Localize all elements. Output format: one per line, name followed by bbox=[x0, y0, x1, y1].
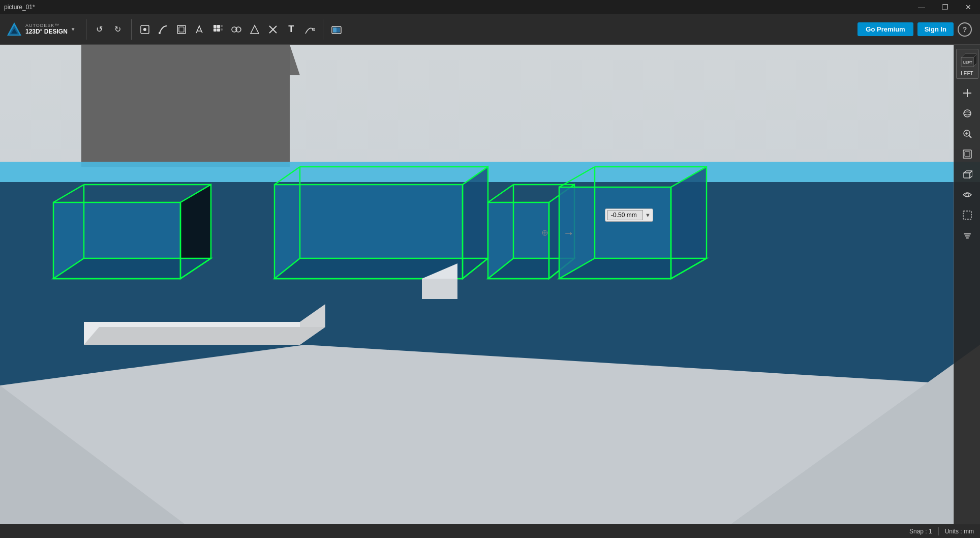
box-view-button[interactable] bbox=[958, 165, 976, 184]
render-icon bbox=[330, 23, 343, 36]
main-toolbar: AUTODESK™ 123D° DESIGN ▼ ↺ ↻ bbox=[0, 14, 980, 45]
redo-button[interactable]: ↻ bbox=[109, 20, 127, 39]
svg-rect-96 bbox=[964, 233, 971, 234]
svg-text:LEFT: LEFT bbox=[963, 61, 972, 64]
svg-rect-14 bbox=[221, 28, 223, 31]
zoom-icon bbox=[962, 129, 972, 139]
separator-2 bbox=[131, 19, 132, 40]
modify-button[interactable] bbox=[191, 20, 209, 39]
group-button[interactable] bbox=[227, 20, 246, 39]
toolbar-right: Go Premium Sign In ? bbox=[858, 22, 980, 37]
svg-rect-91 bbox=[964, 173, 970, 178]
window-title: picture_01* bbox=[0, 4, 35, 11]
visibility-button[interactable] bbox=[958, 186, 976, 204]
fit-view-button[interactable] bbox=[958, 145, 976, 163]
logo-dropdown-icon[interactable]: ▼ bbox=[71, 26, 76, 32]
view-cube-icon: LEFT bbox=[958, 51, 976, 70]
window-controls: — ❐ ✕ bbox=[910, 0, 980, 14]
pattern-icon bbox=[212, 24, 224, 35]
logo-text: AUTODESK™ 123D° DESIGN bbox=[25, 23, 68, 35]
close-button[interactable]: ✕ bbox=[957, 0, 980, 14]
svg-line-86 bbox=[969, 135, 971, 138]
svg-rect-9 bbox=[213, 25, 217, 28]
svg-marker-26 bbox=[81, 45, 290, 167]
primitive-icon bbox=[249, 24, 260, 35]
status-separator bbox=[938, 527, 939, 535]
svg-rect-90 bbox=[965, 152, 970, 157]
filter-icon bbox=[962, 230, 972, 241]
svg-marker-35 bbox=[84, 327, 325, 345]
construct-icon bbox=[176, 24, 187, 35]
status-bar: Snap : 1 Units : mm bbox=[0, 524, 980, 538]
construct-button[interactable] bbox=[172, 20, 191, 39]
scene-cursor: → bbox=[563, 227, 574, 240]
scene-canvas: → bbox=[0, 45, 980, 538]
orbit-icon bbox=[962, 108, 972, 118]
svg-point-94 bbox=[966, 193, 969, 196]
snap-status: Snap : 1 bbox=[909, 528, 932, 535]
separator-3 bbox=[323, 19, 323, 40]
sign-in-button[interactable]: Sign In bbox=[917, 22, 954, 36]
transform-button[interactable] bbox=[136, 20, 154, 39]
svg-rect-98 bbox=[966, 237, 969, 238]
svg-rect-10 bbox=[217, 25, 220, 28]
measure-icon bbox=[304, 24, 315, 35]
filter-button[interactable] bbox=[958, 226, 976, 245]
svg-marker-55 bbox=[422, 279, 457, 299]
group-icon bbox=[231, 24, 242, 35]
fit-icon bbox=[962, 149, 972, 159]
primitive-button[interactable] bbox=[246, 20, 264, 39]
pan-plus-icon bbox=[962, 88, 972, 98]
svg-rect-13 bbox=[221, 25, 223, 27]
svg-rect-12 bbox=[217, 28, 220, 32]
sketch-icon bbox=[158, 24, 168, 35]
delete-button[interactable] bbox=[264, 20, 282, 39]
hide-edges-button[interactable] bbox=[958, 206, 976, 224]
svg-rect-89 bbox=[963, 150, 971, 158]
svg-rect-97 bbox=[965, 235, 970, 236]
hide-edges-icon bbox=[962, 210, 972, 220]
dimension-input-popup: ▼ bbox=[605, 208, 653, 222]
product-name: 123D° DESIGN bbox=[25, 28, 68, 35]
view-label-text: LEFT bbox=[961, 71, 973, 76]
dimension-value-input[interactable] bbox=[607, 210, 643, 220]
dimension-dropdown-icon[interactable]: ▼ bbox=[645, 212, 651, 218]
3d-viewport[interactable]: → ▼ LEFT LEFT bbox=[0, 45, 980, 538]
view-label-button[interactable]: LEFT LEFT bbox=[956, 49, 978, 79]
autodesk-logo-icon bbox=[6, 21, 22, 38]
zoom-button[interactable] bbox=[958, 125, 976, 143]
minimize-button[interactable]: — bbox=[910, 0, 933, 14]
text-button[interactable]: T bbox=[282, 20, 300, 39]
logo-area: AUTODESK™ 123D° DESIGN ▼ bbox=[0, 21, 82, 38]
pattern-button[interactable] bbox=[209, 20, 227, 39]
right-panel: LEFT LEFT bbox=[954, 45, 980, 538]
box-icon bbox=[962, 169, 972, 180]
sketch-button[interactable] bbox=[154, 20, 172, 39]
eye-icon bbox=[962, 190, 972, 200]
svg-point-83 bbox=[964, 110, 971, 117]
separator-1 bbox=[86, 19, 86, 40]
orbit-button[interactable] bbox=[958, 104, 976, 123]
svg-point-5 bbox=[159, 32, 161, 34]
measure-button[interactable] bbox=[300, 20, 319, 39]
titlebar: picture_01* — ❐ ✕ bbox=[0, 0, 980, 14]
modify-icon bbox=[194, 24, 205, 35]
svg-rect-22 bbox=[333, 27, 336, 33]
go-premium-button[interactable]: Go Premium bbox=[858, 22, 913, 36]
render-button[interactable] bbox=[327, 20, 346, 39]
svg-rect-95 bbox=[963, 211, 971, 219]
svg-rect-11 bbox=[213, 28, 217, 32]
undo-button[interactable]: ↺ bbox=[90, 20, 109, 39]
pan-plus-button[interactable] bbox=[958, 84, 976, 102]
svg-rect-7 bbox=[179, 27, 184, 32]
restore-button[interactable]: ❐ bbox=[933, 0, 957, 14]
transform-icon bbox=[140, 24, 150, 35]
svg-point-4 bbox=[143, 28, 146, 31]
delete-icon bbox=[267, 24, 279, 35]
units-status: Units : mm bbox=[945, 528, 974, 535]
help-button[interactable]: ? bbox=[958, 22, 972, 37]
svg-point-84 bbox=[964, 112, 971, 115]
svg-marker-93 bbox=[970, 171, 972, 178]
